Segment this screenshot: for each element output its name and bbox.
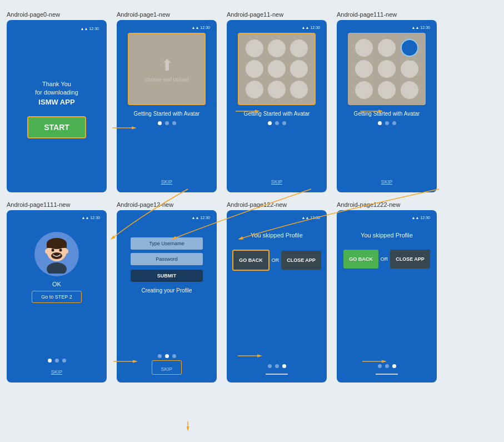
circle-2 — [268, 39, 286, 57]
close-app-button-122[interactable]: CLOSE APP — [281, 251, 321, 270]
circle-7 — [246, 81, 263, 98]
status-bar-122: ▲▲ 12:30 — [302, 216, 320, 220]
page11-screen: ▲▲ 12:30 Getting Started with Avatar — [227, 20, 327, 192]
circle-111-4 — [355, 60, 373, 78]
upload-icon: ⬆ — [161, 56, 173, 75]
circle-111-3[interactable] — [401, 39, 418, 57]
or-text-1222: OR — [381, 256, 388, 262]
page1222-dots — [378, 364, 396, 368]
or-text-122: OR — [272, 257, 280, 263]
svg-point-9 — [65, 249, 68, 254]
svg-point-4 — [52, 249, 54, 252]
page1111-label: Android-page1111-new — [7, 201, 107, 208]
goto-step2-button[interactable]: Go to STEP 2 — [32, 291, 81, 303]
svg-rect-3 — [47, 244, 67, 248]
page1222-skipped: You skipped Profile — [361, 232, 413, 239]
page1111-cell: Android-page1111-new ▲▲ 12:30 — [7, 201, 107, 383]
page12-skip[interactable]: SKIP — [161, 366, 173, 372]
page1222-label: Android-page1222-new — [337, 201, 437, 208]
dot-2 — [55, 359, 59, 362]
page11-skip[interactable]: SKIP — [271, 179, 283, 185]
circle-111-9 — [401, 81, 418, 99]
page1-title: Getting Started with Avatar — [134, 111, 200, 117]
status-bar-11: ▲▲ 12:30 — [302, 26, 320, 29]
circle-111-5 — [378, 60, 396, 78]
go-back-button-122[interactable]: GO BACK — [232, 250, 270, 271]
page0-label: Android-page0-new — [7, 11, 107, 18]
dot-3 — [392, 121, 396, 125]
page11-label: Android-page11-new — [227, 11, 327, 18]
dot-2 — [165, 354, 169, 358]
dot-2 — [165, 121, 169, 125]
ok-text: OK — [52, 281, 61, 287]
page1-skip[interactable]: SKIP — [161, 179, 173, 185]
svg-point-6 — [51, 252, 62, 259]
status-bar-111: ▲▲ 12:30 — [412, 26, 430, 29]
page0-cell: Android-page0-new ▲▲ 12:30 Thank You for… — [7, 11, 107, 192]
dot-1 — [158, 121, 162, 125]
username-field[interactable]: Type Username — [131, 237, 203, 250]
page122-dots — [268, 364, 286, 368]
avatar-svg — [37, 235, 76, 274]
dot-1 — [158, 354, 162, 358]
thank-you-text: Thank You for downloading ISMW APP — [35, 80, 78, 107]
page111-dots — [378, 121, 396, 125]
dot-3 — [172, 121, 176, 125]
circle-8 — [268, 81, 286, 98]
page111-screen: ▲▲ 12:30 Getting Started with Avatar — [337, 20, 437, 192]
circle-9 — [290, 81, 308, 98]
dot-1 — [378, 364, 382, 368]
dot-1 — [268, 121, 272, 125]
dot-2 — [275, 121, 279, 125]
page1-dots — [158, 121, 176, 125]
dot-2 — [275, 364, 279, 368]
page111-cell: Android-page111-new ▲▲ 12:30 Gett — [337, 11, 437, 192]
svg-point-8 — [45, 249, 48, 254]
page1222-screen: ▲▲ 12:30 You skipped Profile GO BACK OR … — [337, 210, 437, 383]
page122-screen: ▲▲ 12:30 You skipped Profile GO BACK OR … — [227, 210, 327, 383]
page1111-screen: ▲▲ 12:30 — [7, 210, 107, 383]
circle-111-6 — [401, 60, 418, 78]
circle-3 — [290, 39, 308, 57]
page11-dots — [268, 121, 286, 125]
page11-title: Getting Started with Avatar — [244, 111, 310, 117]
page12-label: Android-page12-new — [117, 201, 217, 208]
dot-3 — [282, 364, 286, 368]
dot-3 — [62, 359, 66, 362]
submit-button[interactable]: SUBMIT — [131, 270, 203, 282]
circle-6 — [290, 60, 308, 78]
circle-grid-11 — [238, 33, 316, 105]
page1-screen: ▲▲ 12:30 ⬆ Choose and Upload Getting Sta… — [117, 20, 217, 192]
page122-bar — [266, 374, 288, 375]
status-bar-1: ▲▲ 12:30 — [192, 26, 210, 29]
dot-3 — [282, 121, 286, 125]
page1-label: Android-page1-new — [117, 11, 217, 18]
dot-3 — [392, 364, 396, 368]
password-field[interactable]: Password — [131, 253, 203, 265]
page11-cell: Android-page11-new ▲▲ 12:30 Getting Star… — [227, 11, 327, 192]
status-bar-1111: ▲▲ 12:30 — [82, 216, 100, 220]
page1111-skip[interactable]: SKIP — [51, 369, 63, 375]
page1222-bar — [376, 374, 398, 375]
status-bar-0: ▲▲ 12:30 — [81, 27, 99, 31]
start-button[interactable]: START — [27, 116, 86, 138]
circle-111-1 — [355, 39, 373, 57]
circle-5 — [268, 60, 286, 78]
svg-point-5 — [59, 249, 62, 252]
upload-text: Choose and Upload — [144, 77, 189, 82]
avatar — [34, 232, 79, 276]
page122-cell: Android-page122-new ▲▲ 12:30 You skipped… — [227, 201, 327, 383]
dot-1 — [48, 359, 52, 362]
page1222-cell: Android-page1222-new ▲▲ 12:30 You skippe… — [337, 201, 437, 383]
page111-skip[interactable]: SKIP — [381, 179, 393, 185]
dot-3 — [172, 354, 176, 358]
circle-4 — [246, 60, 263, 78]
upload-area[interactable]: ⬆ Choose and Upload — [128, 33, 206, 105]
page1-cell: Android-page1-new ▲▲ 12:30 ⬆ Choose and … — [117, 11, 217, 192]
page12-title: Creating your Profile — [141, 287, 192, 294]
circle-111-7 — [355, 81, 373, 99]
close-app-button-1222[interactable]: CLOSE APP — [390, 250, 430, 269]
go-back-button-1222[interactable]: GO BACK — [343, 250, 378, 269]
page1111-dots — [48, 359, 66, 362]
page111-title: Getting Started with Avatar — [354, 111, 420, 117]
